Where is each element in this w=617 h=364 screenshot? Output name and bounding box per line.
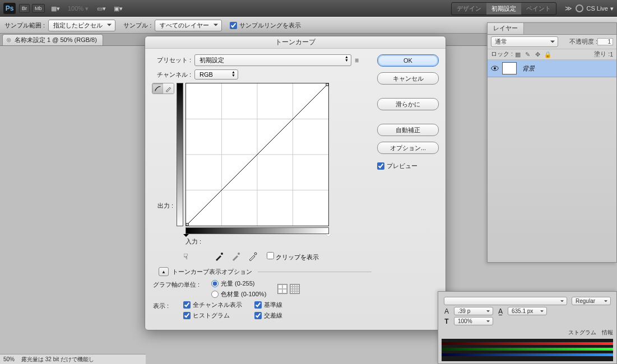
lock-move-icon[interactable]: ✥ [534, 50, 542, 58]
workspace-design[interactable]: デザイン [452, 3, 486, 15]
grid-coarse-icon[interactable] [277, 284, 287, 294]
show-histogram-checkbox[interactable] [183, 312, 191, 319]
show-baseline-checkbox[interactable] [254, 301, 262, 309]
sample-layers-dropdown[interactable]: すべてのレイヤー [155, 20, 222, 31]
layer-thumbnail[interactable] [502, 62, 517, 74]
svg-point-1 [494, 67, 496, 69]
preview-checkbox[interactable] [377, 162, 384, 170]
arrange-icon[interactable]: ▭▾ [95, 3, 108, 14]
minibridge-chip[interactable]: Mb [32, 4, 45, 13]
preset-value: 初期設定 [200, 57, 224, 63]
white-eyedropper-icon[interactable] [248, 251, 258, 262]
axis-light-radio[interactable] [211, 280, 219, 287]
blend-mode-dropdown[interactable]: 通常 [491, 36, 558, 47]
disclosure-toggle[interactable]: ▲ [159, 267, 169, 276]
preset-dropdown[interactable]: 初期設定 ▲▼ [194, 54, 351, 66]
ok-button[interactable]: OK [377, 54, 439, 67]
curves-dialog: トーンカーブ プリセット : 初期設定 ▲▼ ≡ チャンネル : RGB ▲▼ [145, 36, 446, 330]
show-allchannels-checkbox[interactable] [183, 301, 191, 309]
show-intersection-label: 交差線 [264, 311, 282, 320]
preset-label: プリセット : [152, 56, 191, 64]
visibility-eye-icon[interactable] [491, 65, 499, 72]
layer-row-background[interactable]: 背景 [488, 60, 616, 77]
black-point-slider[interactable] [183, 234, 189, 240]
cslive-label: CS Live [586, 5, 608, 12]
screenmode-icon[interactable]: ▣▾ [112, 3, 124, 14]
show-clipping-checkbox[interactable] [267, 252, 274, 259]
opacity-value[interactable]: 1 [597, 38, 613, 45]
value1-field[interactable]: .39 p [454, 307, 493, 315]
layers-tab[interactable]: レイヤー [488, 23, 524, 34]
show-intersection-checkbox[interactable] [254, 312, 262, 319]
film-icon[interactable]: ▦▾ [49, 3, 62, 14]
show-label: 表示 : [153, 301, 181, 310]
channel-value: RGB [200, 71, 213, 78]
sample-range-dropdown[interactable]: 指定したピクセル [48, 20, 115, 31]
svg-point-13 [238, 253, 240, 255]
disclosure-label: トーンカーブ表示オプション [172, 268, 252, 276]
lock-all-icon[interactable]: 🔒 [544, 50, 552, 58]
value2-field[interactable]: 635.1 px [508, 307, 547, 315]
workspace-default[interactable]: 初期設定 [486, 3, 521, 15]
font-style-dropdown[interactable]: Regular [572, 297, 611, 305]
tracking-icon: A̲ [495, 307, 505, 315]
svg-point-14 [254, 253, 257, 255]
grid-fine-icon[interactable] [290, 284, 300, 294]
cslive-ring-icon [576, 4, 583, 12]
black-eyedropper-icon[interactable] [214, 251, 224, 262]
svg-rect-11 [326, 83, 328, 86]
show-histogram-label: ヒストグラム [193, 311, 230, 320]
lock-label: ロック : [491, 50, 513, 58]
fill-label: 塗り : [594, 50, 610, 58]
preview-label: プレビュー [387, 162, 417, 170]
workspace-switcher[interactable]: デザイン 初期設定 ペイント [451, 2, 556, 15]
options-button[interactable]: オプション... [377, 142, 439, 154]
show-sampling-ring-checkbox[interactable] [230, 22, 237, 29]
gray-eyedropper-icon[interactable] [231, 251, 241, 262]
zoom-readout[interactable]: 50% [3, 356, 15, 362]
input-gradient[interactable] [185, 227, 329, 234]
show-sampling-ring-label: サンプルリングを表示 [239, 21, 301, 30]
sample-layers-label: サンプル : [123, 21, 151, 30]
scale-field[interactable]: 100% [454, 317, 493, 325]
sample-range-label: サンプル範囲 : [4, 21, 45, 30]
bridge-chip[interactable]: Br [19, 4, 30, 13]
fill-value[interactable]: 1 [610, 51, 613, 58]
font-family-dropdown[interactable] [444, 297, 567, 305]
lock-pixels-icon[interactable]: ▩ [514, 50, 522, 58]
zoom-dd-icon[interactable]: 100% ▾ [66, 3, 91, 14]
svg-rect-10 [186, 223, 188, 226]
cancel-button[interactable]: キャンセル [377, 72, 439, 85]
curve-tool-toggle[interactable] [152, 83, 174, 94]
on-image-adjust-icon[interactable]: ☟ [183, 252, 188, 261]
app-menubar: Ps Br Mb ▦▾ 100% ▾ ▭▾ ▣▾ デザイン 初期設定 ペイント … [0, 0, 617, 17]
lock-brush-icon[interactable]: ✎ [524, 50, 532, 58]
histogram-tab-stub[interactable]: ストグラム [568, 329, 596, 337]
white-point-slider[interactable] [326, 234, 331, 240]
photoshop-logo: Ps [3, 3, 16, 14]
channel-label: チャンネル : [152, 71, 191, 79]
output-gradient [177, 83, 183, 226]
close-icon[interactable]: ⊗ [6, 36, 11, 44]
axis-pigment-radio[interactable] [211, 291, 219, 298]
curve-graph[interactable] [185, 83, 329, 226]
channel-dropdown[interactable]: RGB ▲▼ [194, 69, 238, 80]
auto-button[interactable]: 自動補正 [377, 124, 439, 136]
workspace-paint[interactable]: ペイント [521, 3, 556, 15]
cslive-button[interactable]: CS Live ▾ [576, 4, 614, 12]
layer-name[interactable]: 背景 [522, 64, 535, 73]
smooth-button[interactable]: 滑らかに [377, 98, 439, 110]
pencil-tool-icon[interactable] [163, 83, 174, 94]
document-tab[interactable]: ⊗ 名称未設定 1 @ 50% (RGB/8) [2, 34, 103, 45]
info-tab-stub[interactable]: 情報 [602, 329, 613, 337]
axis-light-label: 光量 (0-255) [221, 279, 255, 288]
input-label: 入力 : [185, 237, 329, 246]
workspace-more-icon[interactable]: ≫ [563, 4, 573, 12]
output-label: 出力 : [143, 202, 173, 210]
histogram-preview [442, 339, 613, 361]
divider [258, 272, 372, 272]
preset-menu-icon[interactable]: ≡ [355, 57, 359, 64]
point-tool-icon[interactable] [152, 83, 163, 94]
opacity-label: 不透明度 : [569, 38, 597, 46]
show-clipping-label: クリップを表示 [276, 254, 319, 260]
